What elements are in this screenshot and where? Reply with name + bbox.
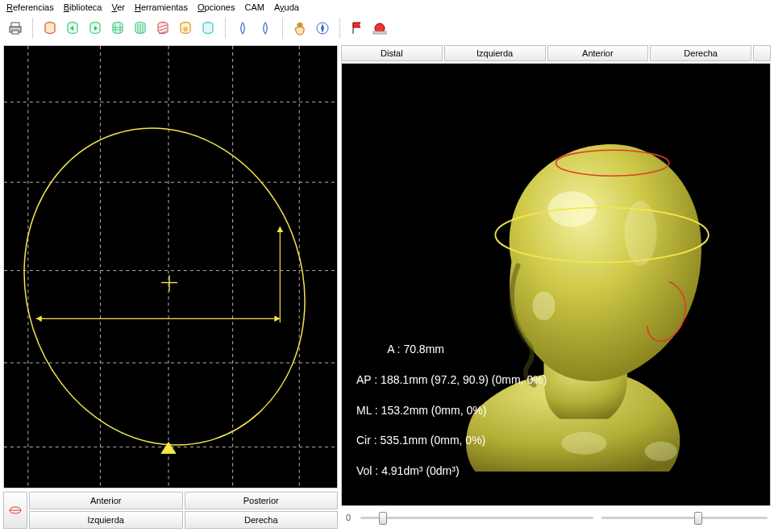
stat-ap-value: 188.1mm (97.2, 90.9) (0mm, 0%) xyxy=(381,373,547,386)
outline-blue-icon[interactable] xyxy=(232,18,253,39)
toolbar-separator xyxy=(225,18,226,39)
stat-ml-label: ML : xyxy=(356,404,378,417)
record-red-icon[interactable] xyxy=(369,18,390,39)
menu-item-herramientas[interactable]: Herramientas xyxy=(135,2,188,12)
stat-ap-label: AP : xyxy=(356,373,377,386)
svg-rect-2 xyxy=(12,31,19,34)
menu-item-cam[interactable]: CAM xyxy=(244,2,264,12)
btn-derecha-3d[interactable]: Derecha xyxy=(650,45,751,61)
menu-item-opciones[interactable]: Opciones xyxy=(198,2,235,12)
stat-a-label: A : xyxy=(387,343,400,355)
printer-icon[interactable] xyxy=(5,18,26,39)
toolbar-separator xyxy=(32,18,33,39)
btn-posterior[interactable]: Posterior xyxy=(185,492,339,509)
left-view-buttons: Anterior Posterior Izquierda Derecha xyxy=(3,492,338,529)
cylinder-columns-icon[interactable] xyxy=(130,18,151,39)
stat-vol-value: 4.91dm³ (0dm³) xyxy=(381,464,459,477)
orientation-icon[interactable] xyxy=(3,492,27,529)
menu-item-biblioteca[interactable]: Biblioteca xyxy=(64,2,102,12)
stat-cir-label: Cir : xyxy=(356,434,377,447)
btn-derecha[interactable]: Derecha xyxy=(185,511,339,529)
menu-bar: RReferenciaseferencias Biblioteca Ver He… xyxy=(0,0,774,15)
compass-icon[interactable] xyxy=(312,18,333,39)
main-split: Anterior Posterior Izquierda Derecha Dis… xyxy=(0,42,774,532)
slider-min-label: 0 xyxy=(344,513,352,522)
stat-cir-value: 535.1mm (0mm, 0%) xyxy=(381,434,486,447)
viewport-3d[interactable]: A : 70.8mm AP : 188.1mm (97.2, 90.9) (0m… xyxy=(341,63,771,506)
menu-item-ayuda[interactable]: Ayuda xyxy=(274,2,299,12)
menu-item-referencias[interactable]: RReferenciaseferencias xyxy=(6,2,54,12)
flag-red-icon[interactable] xyxy=(347,18,368,39)
cylinder-cyan-icon[interactable] xyxy=(198,18,218,39)
cylinder-star-icon[interactable] xyxy=(175,18,196,39)
btn-extra-3d[interactable] xyxy=(753,45,771,61)
panel-right: Distal Izquierda Anterior Derecha xyxy=(341,45,771,529)
panel-left: Anterior Posterior Izquierda Derecha xyxy=(3,45,338,529)
cylinder-grid-icon[interactable] xyxy=(107,18,128,39)
stat-vol-label: Vol : xyxy=(356,464,378,477)
toolbar-separator xyxy=(282,18,283,39)
btn-izquierda-3d[interactable]: Izquierda xyxy=(444,45,546,61)
svg-rect-13 xyxy=(373,31,386,34)
svg-point-35 xyxy=(645,442,677,461)
svg-point-33 xyxy=(532,292,555,321)
menu-item-ver[interactable]: Ver xyxy=(111,2,125,12)
secondary-slider[interactable] xyxy=(601,509,768,526)
cylinder-right-arrow-icon[interactable] xyxy=(85,18,106,39)
stat-a-value: 70.8mm xyxy=(403,343,444,355)
cross-section-canvas xyxy=(4,46,337,488)
slice-slider[interactable] xyxy=(360,509,593,526)
measurement-overlay: A : 70.8mm AP : 188.1mm (97.2, 90.9) (0m… xyxy=(356,326,547,494)
right-view-buttons: Distal Izquierda Anterior Derecha xyxy=(341,45,771,61)
hand-cursor-icon[interactable] xyxy=(289,18,310,39)
svg-point-34 xyxy=(562,432,607,455)
stat-ml-value: 153.2mm (0mm, 0%) xyxy=(381,404,487,417)
slider-row: 0 xyxy=(341,506,771,529)
toolbar xyxy=(0,15,774,42)
btn-distal[interactable]: Distal xyxy=(341,45,443,61)
svg-rect-1 xyxy=(11,23,19,27)
cylinder-left-arrow-icon[interactable] xyxy=(62,18,83,39)
viewport-2d[interactable] xyxy=(3,45,338,488)
svg-point-24 xyxy=(4,91,337,481)
outline-blue-alt-icon[interactable] xyxy=(255,18,276,39)
cylinder-open-icon[interactable] xyxy=(40,18,60,39)
btn-anterior-3d[interactable]: Anterior xyxy=(547,45,649,61)
btn-anterior[interactable]: Anterior xyxy=(29,492,183,509)
btn-izquierda[interactable]: Izquierda xyxy=(29,511,183,529)
cylinder-hatched-icon[interactable] xyxy=(152,18,173,39)
toolbar-separator xyxy=(339,18,340,39)
